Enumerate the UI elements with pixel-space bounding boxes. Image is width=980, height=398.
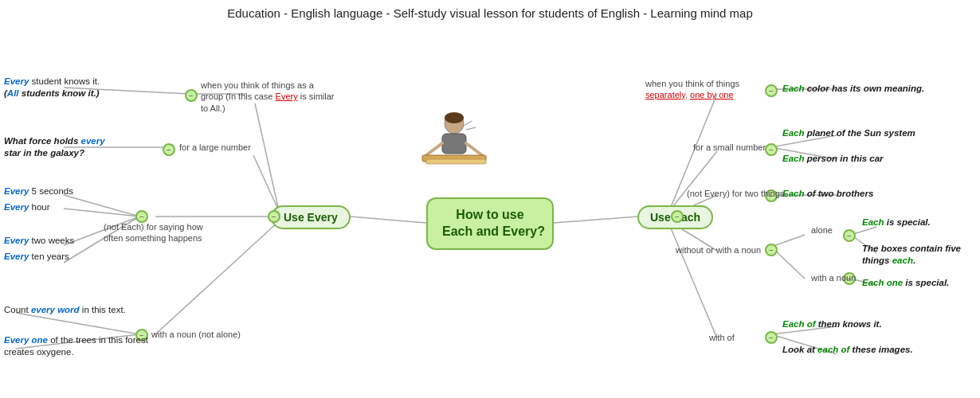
- svg-line-1: [554, 217, 637, 223]
- each-planet-text: Each planet of the Sun system: [782, 127, 915, 139]
- every5sec-text: Every 5 seconds: [4, 185, 73, 197]
- svg-line-10: [64, 209, 139, 217]
- svg-rect-37: [426, 159, 486, 164]
- each-color-text: Each color has its own meaning.: [782, 83, 924, 95]
- each-one-special-text: Each one is special.: [862, 277, 949, 289]
- svg-line-38: [464, 121, 472, 126]
- svg-line-19: [669, 224, 717, 338]
- svg-line-3: [253, 155, 279, 211]
- each-two-brothers-text: Each of two brothers: [782, 188, 873, 200]
- svg-line-34: [426, 143, 442, 155]
- every-hour-text: Every hour: [4, 201, 50, 213]
- every-two-weeks-text: Every two weeks: [4, 235, 74, 247]
- large-number-circle[interactable]: −: [163, 143, 175, 156]
- center-node: How to use Each and Every?: [426, 197, 554, 250]
- each-person-car-text: Each person in this car: [782, 153, 884, 165]
- how-often-label: (not Each) for saying how often somethin…: [104, 221, 215, 244]
- every-student-text: Every student knows it. (All students kn…: [4, 76, 100, 100]
- every-one-trees-text: Every one of the trees in this forest cr…: [4, 334, 159, 358]
- every-ten-years-text: Every ten years: [4, 251, 69, 263]
- separately-label: when you think of things separately, one…: [645, 78, 773, 101]
- group-circle[interactable]: −: [185, 89, 198, 102]
- svg-line-39: [466, 127, 476, 130]
- use-every-node: Use Every: [271, 205, 351, 229]
- svg-line-24: [771, 235, 805, 247]
- group-label: when you think of things as a group (In …: [201, 80, 336, 114]
- svg-line-35: [466, 143, 482, 155]
- without-with-noun-circle[interactable]: −: [765, 244, 778, 256]
- svg-point-32: [445, 112, 464, 123]
- svg-rect-33: [442, 134, 466, 154]
- large-number-label: for a large number: [179, 142, 251, 153]
- use-each-circle[interactable]: −: [671, 210, 684, 223]
- with-of-label: with of: [709, 332, 735, 343]
- each-special-text: Each is special.: [862, 217, 931, 228]
- with-of-circle[interactable]: −: [765, 331, 778, 344]
- small-number-label: for a small number: [693, 142, 766, 153]
- small-number-circle[interactable]: −: [765, 143, 778, 156]
- svg-line-2: [255, 103, 279, 211]
- not-every-label: (not Every) for two things: [687, 188, 784, 199]
- use-every-circle[interactable]: −: [268, 210, 280, 223]
- page-title: Education - English language - Self-stud…: [0, 0, 980, 20]
- svg-line-9: [64, 195, 139, 217]
- with-a-noun-label: with a noun: [811, 272, 856, 283]
- each-of-them-text: Each of them knows it.: [782, 318, 882, 330]
- force-text: What force holds everystar in the galaxy…: [4, 135, 105, 159]
- boxes-five-text: The boxes contain five things each.: [862, 243, 980, 267]
- with-noun-left-label: with a noun (not alone): [151, 329, 241, 340]
- look-at-each-text: Look at each of these images.: [782, 344, 913, 356]
- mind-map-canvas: Education - English language - Self-stud…: [0, 0, 980, 398]
- svg-line-13: [16, 313, 139, 334]
- without-with-noun-label: without or with a noun: [676, 244, 761, 256]
- person-image: [414, 111, 494, 183]
- svg-line-0: [351, 217, 426, 223]
- alone-circle[interactable]: −: [843, 229, 856, 242]
- alone-label: alone: [811, 224, 833, 236]
- svg-line-16: [669, 151, 717, 211]
- count-every-word-text: Count every word in this text.: [4, 304, 126, 316]
